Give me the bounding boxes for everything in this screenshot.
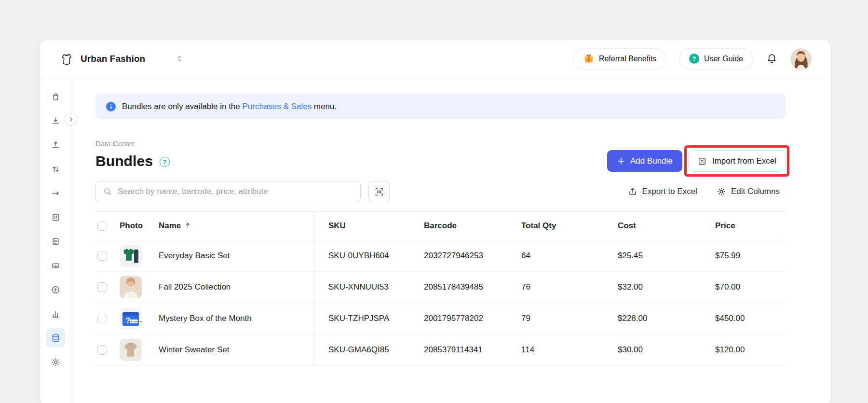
column-barcode: Barcode	[424, 221, 521, 231]
tools-row: Export to Excel Edit Columns	[95, 181, 786, 202]
referral-benefits-button[interactable]: Referral Benefits	[573, 48, 666, 69]
sidebar-item-data-center[interactable]	[46, 328, 65, 347]
app-body: i Bundles are only available in the Purc…	[40, 78, 831, 403]
row-checkbox[interactable]	[97, 251, 107, 261]
info-banner: i Bundles are only available in the Purc…	[95, 94, 786, 119]
barcode-scan-button[interactable]	[368, 181, 390, 202]
brand-logo-icon	[59, 52, 74, 66]
help-circle-icon: ?	[689, 54, 699, 64]
sidebar-item-add-product[interactable]	[46, 280, 65, 299]
add-bundle-button[interactable]: Add Bundle	[607, 150, 682, 172]
barcode-scan-icon	[374, 187, 384, 197]
breadcrumb-section: Data Center	[95, 139, 786, 148]
bundle-photo	[120, 339, 159, 361]
bundle-photo	[120, 245, 159, 267]
search-icon	[103, 187, 112, 196]
plus-icon	[617, 157, 625, 166]
bundle-photo: ? MYSTERY BOX	[120, 307, 159, 330]
sidebar-item-settings[interactable]	[46, 352, 65, 372]
user-guide-label: User Guide	[704, 55, 743, 63]
cell-sku: SKU-GMA6QI85	[313, 345, 424, 355]
info-icon: i	[106, 102, 116, 111]
cell-price: $120.00	[715, 345, 786, 355]
sidebar-item-transfers[interactable]	[46, 159, 65, 179]
cell-price: $70.00	[715, 282, 786, 292]
column-name-label: Name	[159, 221, 181, 231]
brand-name: Urban Fashion	[81, 54, 145, 64]
cell-cost: $30.00	[618, 345, 715, 355]
search-input[interactable]	[118, 187, 353, 196]
add-bundle-label: Add Bundle	[630, 156, 673, 166]
table-row[interactable]: Winter Sweater Set SKU-GMA6QI85 20853791…	[95, 334, 786, 366]
cell-cost: $228.00	[618, 314, 715, 323]
sort-ascending-icon	[184, 222, 191, 229]
cell-name: Mystery Box of the Month	[159, 303, 313, 334]
bundle-name: Mystery Box of the Month	[159, 314, 252, 323]
sidebar-item-outgoing[interactable]	[46, 135, 65, 154]
search-box	[95, 181, 361, 202]
upload-icon	[51, 140, 61, 150]
chevron-right-icon	[68, 116, 74, 123]
cell-name: Winter Sweater Set	[159, 334, 313, 365]
row-checkbox[interactable]	[97, 345, 107, 355]
page-help-icon[interactable]: ?	[160, 157, 170, 167]
cell-barcode: 2085379114341	[424, 345, 521, 355]
table-row[interactable]: Fall 2025 Collection SKU-XNNUUI53 208517…	[95, 272, 786, 303]
sidebar-item-write-off[interactable]	[46, 183, 65, 203]
table-row[interactable]: ? MYSTERY BOX Mystery Box of the Month S…	[95, 303, 786, 334]
edit-columns-label: Edit Columns	[731, 187, 780, 196]
user-avatar[interactable]	[790, 48, 812, 69]
app-window: Urban Fashion Referral Benefits	[40, 40, 831, 403]
table-header-row: Photo Name SKU Barcode Total Qty Cost Pr…	[95, 211, 786, 240]
column-name[interactable]: Name	[159, 212, 313, 240]
column-sku: SKU	[313, 221, 424, 231]
notifications-bell-icon[interactable]	[766, 53, 778, 65]
cell-cost: $25.45	[618, 251, 715, 261]
download-icon	[51, 116, 61, 126]
cell-barcode: 2001795778202	[424, 314, 521, 323]
table-row[interactable]: Everyday Basic Set SKU-0UYBH604 20327279…	[95, 240, 786, 272]
main-content: i Bundles are only available in the Purc…	[71, 78, 831, 403]
cell-sku: SKU-TZHPJSPA	[313, 314, 424, 323]
sidebar-item-stock-count[interactable]	[46, 208, 65, 227]
purchases-sales-link[interactable]: Purchases & Sales	[243, 102, 312, 111]
bundle-name: Everyday Basic Set	[159, 251, 230, 261]
row-checkbox[interactable]	[97, 314, 107, 323]
sidebar	[40, 78, 71, 403]
keypad-icon	[51, 261, 61, 271]
sidebar-item-purchases[interactable]	[46, 87, 65, 106]
export-excel-label: Export to Excel	[642, 187, 697, 196]
cell-name: Fall 2025 Collection	[159, 272, 313, 303]
document-icon	[51, 236, 61, 247]
select-all-checkbox[interactable]	[97, 221, 107, 231]
title-row: Bundles ? Add Bundle	[95, 150, 786, 172]
export-icon	[628, 187, 637, 196]
cell-qty: 79	[521, 314, 618, 323]
transfer-arrows-icon	[51, 164, 61, 174]
cell-cost: $32.00	[618, 282, 715, 292]
mystery-mark: ?	[125, 316, 130, 325]
import-excel-button[interactable]: Import from Excel	[688, 150, 786, 172]
plus-circle-icon	[51, 285, 61, 295]
column-photo: Photo	[120, 221, 159, 231]
cell-qty: 76	[521, 282, 618, 292]
edit-columns-button[interactable]: Edit Columns	[717, 187, 780, 196]
export-excel-button[interactable]: Export to Excel	[628, 187, 697, 196]
bundles-table: Photo Name SKU Barcode Total Qty Cost Pr…	[95, 211, 786, 366]
sidebar-item-analytics[interactable]	[46, 304, 65, 323]
sidebar-item-documents[interactable]	[46, 232, 65, 251]
top-bar: Urban Fashion Referral Benefits	[40, 40, 831, 78]
banner-text: Bundles are only available in the Purcha…	[122, 102, 337, 111]
bundle-name: Fall 2025 Collection	[159, 282, 231, 292]
sidebar-item-incoming[interactable]	[46, 111, 65, 130]
sidebar-item-cash-register[interactable]	[46, 256, 65, 275]
store-switcher-icon[interactable]	[175, 54, 184, 63]
shopping-bag-icon	[51, 92, 61, 102]
row-checkbox[interactable]	[97, 282, 107, 292]
user-guide-button[interactable]: ? User Guide	[679, 48, 753, 69]
referral-benefits-label: Referral Benefits	[599, 55, 656, 63]
banner-text-suffix: menu.	[312, 102, 337, 111]
sidebar-expand-button[interactable]	[65, 113, 77, 125]
dispatch-arrow-icon	[51, 188, 61, 198]
cell-price: $450.00	[715, 314, 786, 323]
